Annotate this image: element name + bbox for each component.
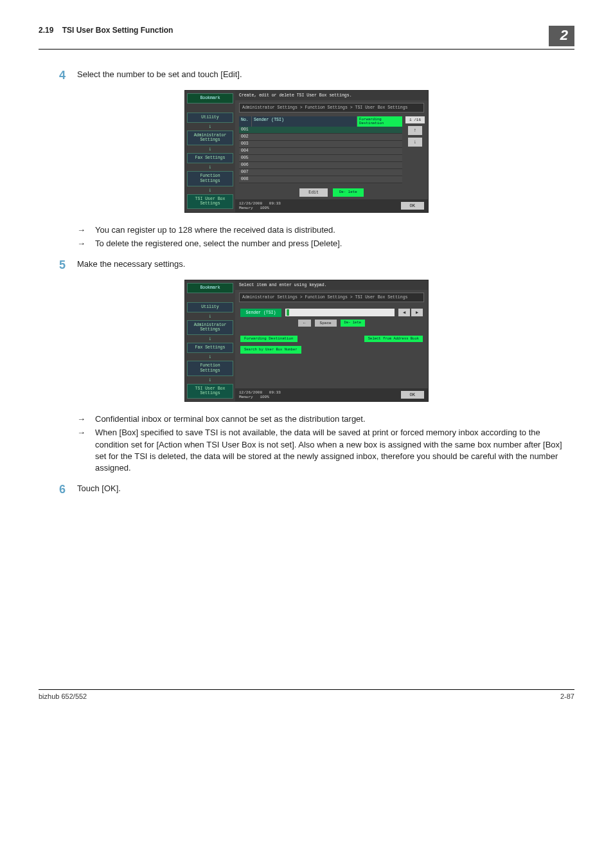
step-6-number: 6 [39,483,77,496]
sender-field-row: Sender (TSI) ◀ ▶ [240,309,423,317]
screen1-table: No. Sender (TSI) Forwarding Destination … [239,116,402,183]
step-4-number: 4 [39,69,77,82]
screen2-form: Sender (TSI) ◀ ▶ ← Space De- lete Forwar… [235,305,428,388]
table-row[interactable]: 002 [239,134,402,141]
screen1-message: Create, edit or delete TSI User Box sett… [235,91,428,100]
pager-column: 1 /16 ↑ ↓ [405,116,425,183]
delete-button[interactable]: De- lete [341,320,365,327]
forwarding-label: Forwarding Destination [240,336,298,342]
page-down-button[interactable]: ↓ [408,138,422,147]
table-row[interactable]: 003 [239,141,402,148]
screen2-main: Select item and enter using keypad. Admi… [235,280,428,401]
status-left: 12/26/2008 09:33 Memory 100% [239,390,281,399]
nav-arrow-icon: ↓ [187,378,233,382]
table-row[interactable]: 007 [239,169,402,176]
nav-arrow-icon: ↓ [187,314,233,318]
step-5-note: → Confidential inbox or terminal box can… [77,413,574,425]
nav-tsi-settings[interactable]: TSI User Box Settings [187,194,233,210]
page-indicator: 1 /16 [405,116,425,123]
nav-arrow-icon: ↓ [187,355,233,359]
step-6: 6 Touch [OK]. [39,483,574,496]
nav-utility[interactable]: Utility [187,302,233,312]
text-cursor [287,309,289,316]
forwarding-row: Forwarding Destination Select from Addre… [240,336,423,342]
step-4-note: → To delete the registered one, select t… [77,238,574,249]
sender-label: Sender (TSI) [240,309,281,317]
nav-function-settings[interactable]: Function Settings [187,171,233,186]
sender-input[interactable] [285,309,395,316]
table-row[interactable]: 008 [239,176,402,183]
page-up-button[interactable]: ↑ [408,126,422,135]
screen2-breadcrumb: Administrator Settings > Function Settin… [239,293,424,302]
screenshot-2-wrap: Bookmark Utility ↓ Administrator Setting… [39,280,574,402]
arrow-icon: → [77,413,95,425]
cursor-left-button[interactable]: ◀ [398,309,410,316]
nav-admin-settings[interactable]: Administrator Settings [187,320,233,336]
step-5-note: → When [Box] specified to save TSI is no… [77,427,574,474]
nav-arrow-icon: ↓ [187,125,233,129]
arrow-icon: → [77,224,95,236]
step-5: 5 Make the necessary settings. [39,258,574,272]
th-sender: Sender (TSI) [252,116,357,127]
step-5-text: Make the necessary settings. [77,258,574,272]
nav-bookmark[interactable]: Bookmark [187,283,233,293]
section-heading: 2.19 TSI User Box Setting Function [39,26,173,35]
step-6-text: Touch [OK]. [77,483,574,496]
nav-fax-settings[interactable]: Fax Settings [187,153,233,163]
footer-right: 2-87 [560,692,574,700]
table-row[interactable]: 004 [239,148,402,155]
section-title: TSI User Box Setting Function [62,26,173,35]
screen2-message: Select item and enter using keypad. [235,280,428,290]
device-screen-2: Bookmark Utility ↓ Administrator Setting… [184,280,429,402]
page-header: 2.19 TSI User Box Setting Function 2 [39,26,574,50]
cursor-arrows: ◀ ▶ [398,309,423,316]
edit-button[interactable]: Edit [299,188,328,197]
delete-button[interactable]: De- lete [333,188,364,197]
search-by-box-button[interactable]: Search by User Box Number [240,346,301,354]
keypad-row: ← Space De- lete [240,320,423,327]
screen1-nav-column: Bookmark Utility ↓ Administrator Setting… [185,91,235,212]
screenshot-1-wrap: Bookmark Utility ↓ Administrator Setting… [39,90,574,213]
arrow-icon: → [77,427,95,474]
status-left: 12/26/2008 09:33 Memory 100% [239,201,281,210]
footer-left: bizhub 652/552 [39,692,87,700]
step-4-note: → You can register up to 128 where the r… [77,224,574,236]
screen1-breadcrumb: Administrator Settings > Function Settin… [239,103,424,113]
table-row[interactable]: 005 [239,155,402,162]
nav-utility[interactable]: Utility [187,113,233,123]
page-footer: bizhub 652/552 2-87 [39,689,574,700]
section-number: 2.19 [39,26,53,35]
ok-button[interactable]: OK [401,202,424,210]
nav-fax-settings[interactable]: Fax Settings [187,343,233,353]
nav-function-settings[interactable]: Function Settings [187,361,233,376]
th-no: No. [239,116,252,127]
th-forwarding: Forwarding Destination [357,116,402,127]
step-5-number: 5 [39,258,77,272]
cursor-right-button[interactable]: ▶ [411,309,423,316]
ok-button[interactable]: OK [401,391,424,399]
nav-arrow-icon: ↓ [187,147,233,151]
table-row[interactable]: 006 [239,162,402,169]
arrow-icon: → [77,238,95,249]
nav-arrow-icon: ↓ [187,188,233,192]
table-row[interactable]: 001 [239,127,402,134]
nav-admin-settings[interactable]: Administrator Settings [187,131,233,146]
screen1-actions: Edit De- lete [235,185,428,199]
table-header-row: No. Sender (TSI) Forwarding Destination [239,116,402,127]
nav-bookmark[interactable]: Bookmark [187,93,233,104]
chapter-badge: 2 [549,26,574,46]
step-4-text: Select the number to be set and touch [E… [77,69,574,82]
screen2-status-bar: 12/26/2008 09:33 Memory 100% OK [235,388,428,401]
screen1-table-area: No. Sender (TSI) Forwarding Destination … [235,115,428,185]
nav-tsi-settings[interactable]: TSI User Box Settings [187,384,233,399]
screen2-nav-column: Bookmark Utility ↓ Administrator Setting… [185,280,235,401]
nav-arrow-icon: ↓ [187,337,233,341]
screen1-main: Create, edit or delete TSI User Box sett… [235,91,428,212]
nav-arrow-icon: ↓ [187,165,233,169]
step-4: 4 Select the number to be set and touch … [39,69,574,82]
select-address-book-button[interactable]: Select from Address Book [364,336,423,342]
space-button[interactable]: Space [315,320,337,327]
device-screen-1: Bookmark Utility ↓ Administrator Setting… [184,90,429,213]
backspace-button[interactable]: ← [298,320,311,327]
screen1-status-bar: 12/26/2008 09:33 Memory 100% OK [235,199,428,212]
